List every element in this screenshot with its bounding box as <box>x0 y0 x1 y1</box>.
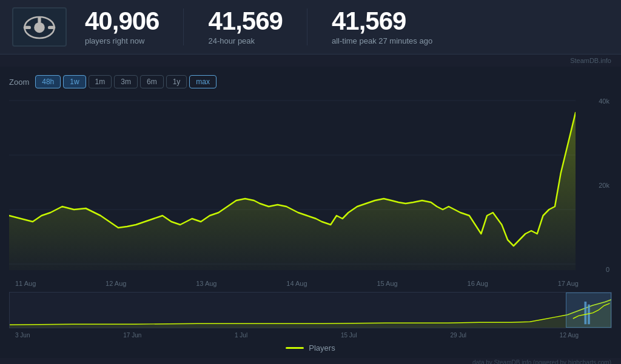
legend-line-icon <box>286 347 304 349</box>
x-axis-main: 11 Aug 12 Aug 13 Aug 14 Aug 15 Aug 16 Au… <box>9 276 579 290</box>
zoom-1m-button[interactable]: 1m <box>89 75 112 88</box>
x-label-14aug: 14 Aug <box>286 280 307 287</box>
y-axis-top: 40k <box>599 98 609 105</box>
stat-24h-peak: 41,569 24-hour peak <box>208 8 307 45</box>
mini-x-12aug: 12 Aug <box>560 332 579 339</box>
zoom-48h-button[interactable]: 48h <box>35 75 61 88</box>
steam-logo <box>12 7 67 47</box>
24h-peak-number: 41,569 <box>208 8 282 34</box>
legend-label: Players <box>309 343 335 352</box>
y-axis-mid: 20k <box>599 182 609 189</box>
zoom-controls: Zoom 48h 1w 1m 3m 6m 1y max <box>9 73 612 91</box>
chart-grid-area <box>9 94 576 276</box>
mini-x-3jun: 3 Jun <box>15 332 30 339</box>
alltime-peak-label: all-time peak 27 minutes ago <box>332 36 432 45</box>
steamdb-credit-header: SteamDB.info <box>0 55 621 67</box>
svg-rect-3 <box>48 25 55 28</box>
main-chart: 40k 20k 0 <box>9 94 612 276</box>
bottom-credit: data by SteamDB.info (powered by highcha… <box>0 358 621 364</box>
mini-chart[interactable] <box>9 292 612 328</box>
current-players-number: 40,906 <box>85 8 159 34</box>
svg-rect-4 <box>38 16 41 23</box>
mini-x-1jul: 1 Jul <box>235 332 247 339</box>
current-players-label: players right now <box>85 36 144 45</box>
y-axis-bottom: 0 <box>606 266 609 273</box>
zoom-label: Zoom <box>9 78 29 87</box>
zoom-1y-button[interactable]: 1y <box>166 75 187 88</box>
svg-rect-10 <box>588 305 590 325</box>
x-label-11aug: 11 Aug <box>15 280 36 287</box>
svg-point-1 <box>34 22 45 33</box>
mini-x-17jun: 17 Jun <box>123 332 141 339</box>
mini-chart-highlight[interactable] <box>566 293 611 328</box>
x-label-13aug: 13 Aug <box>196 280 217 287</box>
chart-container: Zoom 48h 1w 1m 3m 6m 1y max <box>0 67 621 358</box>
mini-x-29jul: 29 Jul <box>450 332 466 339</box>
header: 40,906 players right now 41,569 24-hour … <box>0 0 621 55</box>
x-axis-mini: 3 Jun 17 Jun 1 Jul 15 Jul 29 Jul 12 Aug <box>9 331 579 340</box>
24h-peak-label: 24-hour peak <box>208 36 255 45</box>
zoom-1w-button[interactable]: 1w <box>63 75 86 88</box>
alltime-peak-number: 41,569 <box>332 8 406 34</box>
stat-alltime-peak: 41,569 all-time peak 27 minutes ago <box>332 8 457 45</box>
svg-rect-9 <box>585 302 587 324</box>
zoom-6m-button[interactable]: 6m <box>140 75 164 88</box>
stats-group: 40,906 players right now 41,569 24-hour … <box>85 8 609 45</box>
zoom-3m-button[interactable]: 3m <box>114 75 138 88</box>
zoom-max-button[interactable]: max <box>189 75 217 88</box>
stat-current-players: 40,906 players right now <box>85 8 184 45</box>
x-label-15aug: 15 Aug <box>377 280 397 287</box>
legend: Players <box>9 340 612 355</box>
svg-rect-2 <box>24 25 31 28</box>
mini-x-15jul: 15 Jul <box>341 332 357 339</box>
x-label-12aug: 12 Aug <box>106 280 126 287</box>
x-label-17aug: 17 Aug <box>558 280 579 287</box>
x-label-16aug: 16 Aug <box>468 280 488 287</box>
y-axis: 40k 20k 0 <box>579 94 612 276</box>
